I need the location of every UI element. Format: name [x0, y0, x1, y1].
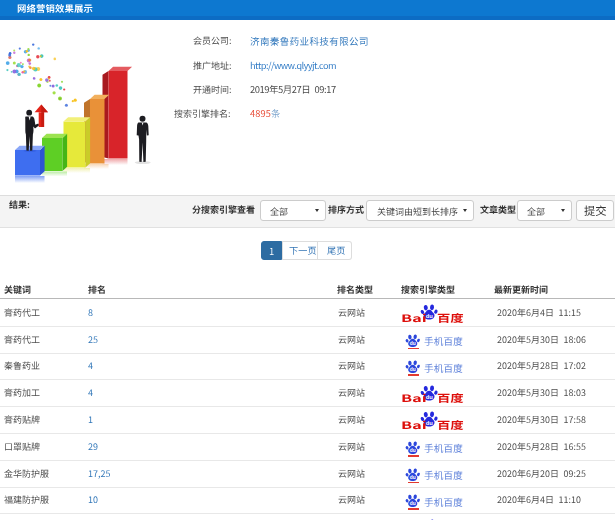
svg-text:du: du — [410, 368, 416, 373]
svg-text:du: du — [410, 448, 416, 453]
svg-text:du: du — [410, 502, 416, 507]
svg-text:du: du — [410, 341, 416, 346]
svg-text:du: du — [410, 475, 416, 480]
